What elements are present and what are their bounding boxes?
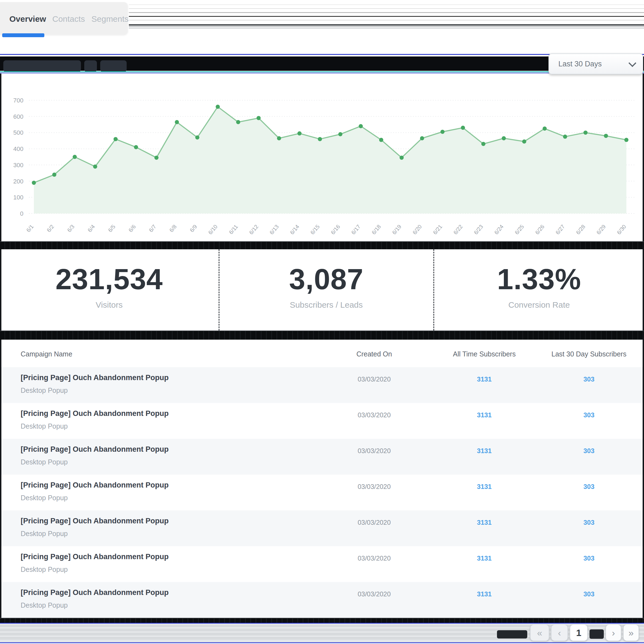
created-on-cell: 03/03/2020	[329, 439, 420, 475]
data-point[interactable]	[257, 116, 261, 120]
data-point[interactable]	[32, 181, 36, 185]
visitors-label: Visitors	[1, 300, 217, 309]
x-axis-tick-label: 6/30	[616, 223, 627, 235]
chevron-double-right-icon: »	[629, 627, 634, 638]
all-time-subscribers-link[interactable]: 3131	[420, 582, 549, 618]
data-point[interactable]	[154, 156, 159, 160]
last-30-day-subscribers-link[interactable]: 303	[549, 546, 629, 582]
last-30-day-subscribers-link[interactable]: 303	[549, 582, 629, 618]
table-body: [Pricing Page] Ouch Abandonment PopupDes…	[1, 367, 643, 618]
campaign-type: Desktop Popup	[21, 566, 329, 574]
campaign-name: [Pricing Page] Ouch Abandonment Popup	[21, 445, 329, 454]
last-30-day-subscribers-link[interactable]: 303	[549, 367, 629, 403]
all-time-subscribers-link[interactable]: 3131	[420, 510, 549, 546]
last-30-day-subscribers-link[interactable]: 303	[549, 510, 629, 546]
data-point[interactable]	[297, 131, 301, 135]
x-axis-tick-label: 6/18	[371, 223, 382, 235]
all-time-subscribers-link[interactable]: 3131	[420, 403, 549, 439]
pagination-current-page[interactable]: 1	[570, 624, 588, 641]
data-point[interactable]	[359, 124, 363, 128]
date-range-dropdown[interactable]: Last 30 Days	[548, 53, 643, 74]
chevron-right-icon: ›	[612, 627, 615, 638]
data-point[interactable]	[522, 139, 526, 143]
blur-artifact-line	[0, 54, 644, 55]
y-axis-tick-label: 400	[13, 145, 23, 152]
blur-artifact-line	[129, 8, 644, 9]
x-axis-tick-label: 6/4	[86, 223, 96, 233]
pagination-next-button[interactable]: ›	[605, 624, 621, 641]
last-30-day-subscribers-link[interactable]: 303	[549, 475, 629, 510]
campaign-name: [Pricing Page] Ouch Abandonment Popup	[21, 481, 329, 490]
all-time-subscribers-link[interactable]: 3131	[420, 439, 549, 475]
data-point[interactable]	[318, 137, 322, 141]
data-point[interactable]	[379, 138, 383, 142]
blur-artifact-band	[0, 618, 644, 623]
x-axis-tick-label: 6/1	[25, 223, 35, 233]
blur-artifact-line	[0, 73, 644, 73]
campaign-name: [Pricing Page] Ouch Abandonment Popup	[21, 373, 329, 382]
campaign-name: [Pricing Page] Ouch Abandonment Popup	[21, 517, 329, 525]
pagination-prev-button[interactable]: ‹	[551, 624, 568, 641]
chevron-double-left-icon: «	[537, 627, 542, 638]
last-30-day-subscribers-link[interactable]: 303	[549, 403, 629, 439]
blur-artifact-band	[129, 24, 644, 26]
blur-artifact-band	[0, 331, 644, 340]
campaign-type: Desktop Popup	[21, 422, 329, 430]
y-axis-tick-label: 500	[13, 129, 23, 136]
data-point[interactable]	[216, 105, 220, 109]
current-page-number: 1	[576, 627, 581, 638]
analytics-dashboard: Overview Contacts Segments Last 30 Days …	[0, 0, 644, 644]
pagination-total-redacted	[589, 629, 604, 639]
x-axis-tick-label: 6/10	[207, 223, 219, 235]
data-point[interactable]	[338, 132, 343, 136]
tab-overview[interactable]: Overview	[9, 14, 46, 24]
conversion-label: Conversion Rate	[436, 300, 643, 309]
data-point[interactable]	[624, 138, 629, 142]
data-point[interactable]	[113, 137, 118, 141]
x-axis-tick-label: 6/16	[330, 223, 341, 235]
data-point[interactable]	[175, 120, 179, 124]
data-point[interactable]	[236, 120, 240, 124]
y-axis-tick-label: 0	[20, 210, 23, 217]
all-time-subscribers-link[interactable]: 3131	[420, 475, 549, 510]
data-point[interactable]	[563, 135, 567, 139]
data-point[interactable]	[583, 130, 588, 135]
data-point[interactable]	[52, 173, 56, 177]
data-point[interactable]	[134, 145, 138, 149]
data-point[interactable]	[543, 126, 547, 130]
all-time-subscribers-link[interactable]: 3131	[420, 546, 549, 582]
y-axis-tick-label: 300	[13, 162, 23, 168]
data-point[interactable]	[441, 130, 445, 134]
data-point[interactable]	[73, 155, 77, 159]
data-point[interactable]	[502, 136, 506, 140]
x-axis-tick-label: 6/15	[309, 223, 321, 235]
pagination-first-button[interactable]: «	[530, 624, 549, 641]
x-axis-tick-label: 6/5	[107, 223, 116, 233]
blur-artifact-line	[129, 20, 644, 20]
data-point[interactable]	[461, 126, 465, 130]
campaign-type: Desktop Popup	[21, 387, 329, 395]
table-row: [Pricing Page] Ouch Abandonment PopupDes…	[1, 439, 643, 475]
campaign-cell: [Pricing Page] Ouch Abandonment PopupDes…	[1, 582, 329, 618]
campaign-cell: [Pricing Page] Ouch Abandonment PopupDes…	[1, 367, 329, 403]
tab-contacts[interactable]: Contacts	[52, 14, 85, 24]
x-axis-tick-label: 6/24	[493, 223, 505, 235]
blur-artifact-line	[0, 623, 644, 624]
pagination-last-button[interactable]: »	[623, 624, 639, 641]
data-point[interactable]	[481, 142, 485, 146]
data-point[interactable]	[195, 135, 199, 140]
all-time-subscribers-link[interactable]: 3131	[420, 367, 549, 403]
blur-artifact-line	[129, 12, 644, 13]
campaigns-table: Campaign Name Created On All Time Subscr…	[0, 340, 644, 618]
x-axis-tick-label: 6/6	[127, 223, 137, 233]
active-tab-underline	[2, 33, 44, 37]
data-point[interactable]	[604, 134, 608, 138]
campaign-cell: [Pricing Page] Ouch Abandonment PopupDes…	[1, 475, 329, 510]
tab-segments[interactable]: Segments	[91, 14, 129, 24]
data-point[interactable]	[400, 156, 404, 160]
campaign-type: Desktop Popup	[21, 494, 329, 502]
data-point[interactable]	[93, 164, 97, 168]
data-point[interactable]	[277, 136, 281, 140]
data-point[interactable]	[420, 136, 424, 140]
last-30-day-subscribers-link[interactable]: 303	[549, 439, 629, 475]
